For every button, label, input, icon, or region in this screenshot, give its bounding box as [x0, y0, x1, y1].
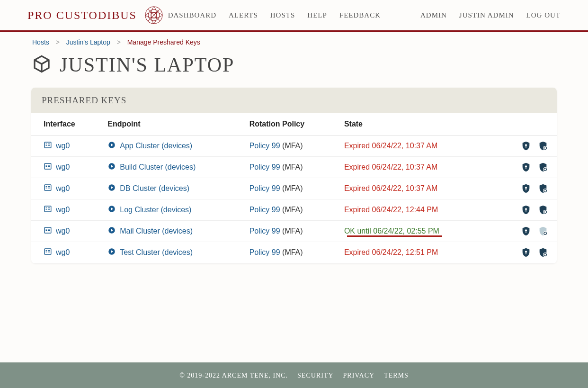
interface-link[interactable]: wg0: [56, 227, 70, 235]
preshared-keys-panel: PRESHARED KEYS Interface Endpoint Rotati…: [31, 88, 557, 263]
policy-suffix: (MFA): [280, 206, 303, 214]
rotate-key-button[interactable]: [538, 141, 548, 151]
svg-rect-4: [46, 144, 47, 144]
interface-link[interactable]: wg0: [56, 184, 70, 193]
svg-rect-16: [46, 166, 47, 167]
table-row: wg0 Log Cluster (devices) Policy 99 (MFA…: [31, 199, 557, 221]
nav-dashboard[interactable]: DASHBOARD: [168, 11, 216, 19]
svg-rect-37: [46, 208, 47, 208]
endpoint-link[interactable]: Test Cluster (devices): [120, 248, 193, 257]
table-row: wg0 Mail Cluster (devices) Policy 99 (MF…: [31, 221, 557, 242]
rotate-key-button[interactable]: [538, 205, 548, 215]
endpoint-icon: [107, 162, 116, 172]
endpoint-icon: [107, 226, 116, 236]
svg-rect-11: [526, 145, 526, 148]
breadcrumb: Hosts > Justin's Laptop > Manage Preshar…: [31, 32, 557, 51]
rotate-key-button: [538, 226, 548, 236]
page-title-row: JUSTIN'S LAPTOP: [31, 51, 557, 88]
nav-admin[interactable]: ADMIN: [420, 11, 447, 19]
rotate-key-button[interactable]: [538, 247, 548, 258]
policy-link[interactable]: Policy 99: [249, 163, 280, 171]
svg-rect-59: [46, 250, 47, 251]
endpoint-icon: [107, 141, 116, 151]
brand-logo-icon: [143, 5, 164, 26]
svg-rect-5: [46, 145, 47, 146]
col-rotation-policy: Rotation Policy: [244, 113, 339, 135]
svg-rect-62: [48, 252, 50, 253]
svg-rect-51: [48, 230, 50, 231]
interface-link[interactable]: wg0: [56, 142, 70, 150]
svg-rect-22: [526, 167, 526, 169]
endpoint-link[interactable]: Mail Cluster (devices): [120, 227, 193, 235]
policy-link[interactable]: Policy 99: [249, 142, 280, 150]
table-row: wg0 Test Cluster (devices) Policy 99 (MF…: [31, 242, 557, 263]
top-header: PRO CUSTODIBUS DASHBOARD ALERTS HOSTS HE…: [0, 0, 588, 32]
col-actions: [490, 113, 557, 135]
interface-link[interactable]: wg0: [56, 163, 70, 171]
svg-rect-61: [48, 250, 50, 251]
view-key-button[interactable]: [521, 205, 531, 215]
endpoint-link[interactable]: Log Cluster (devices): [120, 206, 191, 214]
nav-hosts[interactable]: HOSTS: [270, 11, 295, 19]
breadcrumb-current: Manage Preshared Keys: [127, 38, 200, 46]
svg-rect-7: [48, 145, 50, 146]
state-label: Expired 06/24/22, 12:44 PM: [344, 206, 438, 214]
brand[interactable]: PRO CUSTODIBUS: [27, 5, 164, 26]
svg-rect-15: [46, 165, 47, 166]
policy-link[interactable]: Policy 99: [249, 248, 280, 256]
interface-icon: [44, 162, 52, 172]
endpoint-link[interactable]: Build Cluster (devices): [120, 163, 196, 171]
policy-link[interactable]: Policy 99: [249, 206, 280, 214]
svg-rect-18: [48, 166, 50, 167]
breadcrumb-sep: >: [56, 38, 60, 46]
svg-rect-6: [48, 144, 50, 144]
panel-header: PRESHARED KEYS: [31, 88, 557, 113]
endpoint-icon: [107, 247, 116, 258]
svg-rect-17: [48, 165, 50, 166]
nav-alerts[interactable]: ALERTS: [229, 11, 258, 19]
state-label: Expired 06/24/22, 10:37 AM: [344, 142, 437, 150]
endpoint-icon: [107, 183, 116, 194]
svg-rect-50: [48, 229, 50, 230]
policy-link[interactable]: Policy 99: [249, 227, 280, 235]
main-nav: DASHBOARD ALERTS HOSTS HELP FEEDBACK ADM…: [168, 11, 561, 19]
breadcrumb-hosts[interactable]: Hosts: [32, 38, 49, 46]
nav-user[interactable]: JUSTIN ADMIN: [459, 11, 514, 19]
col-interface: Interface: [31, 113, 102, 135]
state-label: OK until 06/24/22, 02:55 PM: [344, 227, 439, 235]
col-state: State: [339, 113, 490, 135]
svg-rect-49: [46, 230, 47, 231]
nav-help[interactable]: HELP: [307, 11, 327, 19]
policy-suffix: (MFA): [280, 142, 303, 150]
view-key-button[interactable]: [521, 141, 531, 151]
endpoint-link[interactable]: App Cluster (devices): [120, 142, 192, 150]
svg-rect-26: [46, 186, 47, 187]
policy-suffix: (MFA): [280, 227, 303, 235]
interface-link[interactable]: wg0: [56, 248, 70, 257]
rotate-key-button[interactable]: [538, 162, 548, 172]
view-key-button[interactable]: [521, 183, 531, 194]
view-key-button[interactable]: [521, 226, 531, 236]
svg-rect-60: [46, 252, 47, 253]
view-key-button[interactable]: [521, 162, 531, 172]
interface-icon: [44, 226, 52, 236]
svg-rect-66: [526, 252, 526, 254]
state-label: Expired 06/24/22, 10:37 AM: [344, 163, 437, 171]
page-title: JUSTIN'S LAPTOP: [60, 54, 234, 76]
cube-icon: [32, 54, 51, 75]
interface-icon: [44, 247, 52, 258]
svg-rect-38: [46, 209, 47, 210]
interface-link[interactable]: wg0: [56, 206, 70, 214]
policy-suffix: (MFA): [280, 163, 303, 171]
endpoint-link[interactable]: DB Cluster (devices): [120, 184, 189, 193]
panel-title: PRESHARED KEYS: [42, 95, 546, 106]
state-label: Expired 06/24/22, 10:37 AM: [344, 184, 437, 192]
policy-link[interactable]: Policy 99: [249, 184, 280, 192]
nav-feedback[interactable]: FEEDBACK: [339, 11, 381, 19]
view-key-button[interactable]: [521, 247, 531, 258]
rotate-key-button[interactable]: [538, 183, 548, 194]
policy-suffix: (MFA): [280, 248, 303, 256]
breadcrumb-host[interactable]: Justin's Laptop: [66, 38, 110, 46]
nav-logout[interactable]: LOG OUT: [526, 11, 561, 19]
state-label: Expired 06/24/22, 12:51 PM: [344, 248, 438, 256]
